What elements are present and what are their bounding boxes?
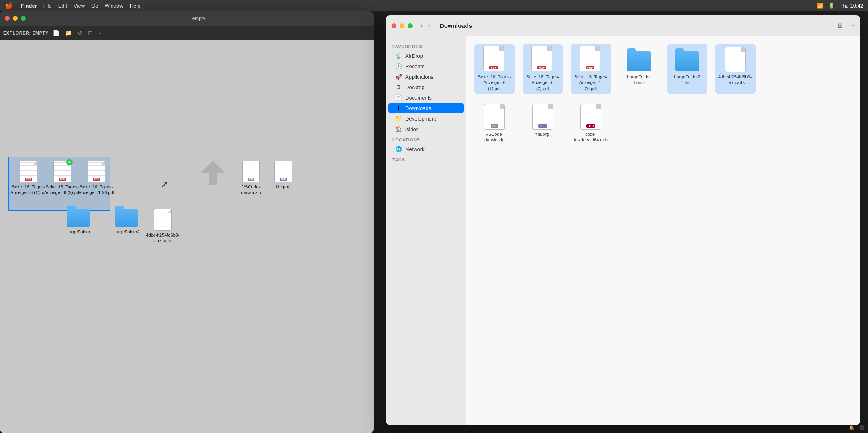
folder1-icon	[67, 209, 90, 227]
finder-item-zip[interactable]: ZIP VSCode-darwin.zip	[474, 102, 515, 145]
vscode-maximize-button[interactable]	[21, 16, 26, 21]
wifi-icon[interactable]: 📶	[817, 3, 823, 9]
sidebar-item-development[interactable]: 📁 Development	[388, 113, 464, 124]
more-button[interactable]: ···	[97, 29, 105, 37]
main-area: empty EXPLORER: EMPTY 📄 📁 ↺ ⊟ ···	[0, 11, 868, 422]
finder-item-php[interactable]: PHP file.php	[523, 102, 563, 145]
finder-titlebar: ‹ › Downloads ⊞ ···	[386, 15, 860, 36]
finder-icons-grid: PDF Seite_16_Tages-Anzeige...6 (1).pdf	[474, 44, 852, 94]
finder-back-button[interactable]: ‹	[419, 20, 425, 31]
sidebar-item-downloads[interactable]: ⬇ Downloads	[388, 103, 464, 113]
applications-icon: 🚀	[395, 74, 402, 80]
parts-finder-icon	[723, 47, 748, 72]
sidebar-item-downloads-label: Downloads	[405, 105, 431, 111]
dragged-pdf2[interactable]: PDF + Seite_16_Tages-Anzeige...6 (2).pdf	[44, 161, 80, 196]
terminal-icon[interactable]: ⬛	[859, 425, 865, 430]
dragged-parts[interactable]: 4dbe4f254fd6b9-...a7.parts	[145, 209, 181, 244]
isidor-icon: 🏠	[395, 126, 402, 132]
dragged-zip[interactable]: ZIP VSCode-darwin.zip	[233, 161, 269, 196]
php-finder-label: file.php	[535, 131, 549, 137]
finder-item-pdf3[interactable]: PDF Seite_16_Tages-Anzeige...1-26.pdf	[571, 44, 611, 94]
finder-close-button[interactable]	[392, 23, 396, 28]
new-folder-button[interactable]: 📁	[63, 29, 74, 37]
folder2-finder-label: LargeFolder21 item	[674, 74, 700, 86]
menu-file[interactable]: File	[43, 3, 52, 9]
sidebar-item-airdrop-label: AirDrop	[405, 53, 423, 59]
pdf1-finder-label: Seite_16_Tages-Anzeige...6 (1).pdf	[477, 74, 512, 91]
vscode-window-title: empty	[192, 16, 206, 21]
vscode-minimize-button[interactable]	[13, 16, 18, 21]
sidebar-item-isidor[interactable]: 🏠 isidor	[388, 124, 464, 134]
sidebar-item-documents[interactable]: 📄 Documents	[388, 92, 464, 103]
new-file-button[interactable]: 📄	[51, 29, 61, 37]
deb-finder-icon: DEB	[578, 104, 604, 130]
finder-item-parts[interactable]: 4dbe4f254fd6b9-...a7.parts	[715, 44, 756, 94]
vscode-toolbar: EXPLORER: EMPTY 📄 📁 ↺ ⊟ ···	[0, 26, 374, 40]
finder-forward-button[interactable]: ›	[426, 20, 432, 31]
apple-menu[interactable]: 🍎	[5, 2, 13, 10]
finder-view-toggle[interactable]: ⊞	[837, 22, 843, 29]
menu-view[interactable]: View	[74, 3, 85, 9]
network-icon: 🌐	[395, 146, 402, 152]
php-finder-icon: PHP	[530, 104, 556, 130]
parts-icon	[154, 209, 172, 231]
development-icon: 📁	[395, 115, 402, 122]
folder1-finder-icon	[626, 47, 652, 72]
folder2-icon	[115, 209, 138, 227]
sidebar-item-network-label: Network	[405, 146, 425, 152]
deb-finder-label: code-insiders_d64.deb	[573, 131, 609, 143]
sidebar-item-desktop-label: Desktop	[405, 84, 425, 90]
folder1-finder-label: LargeFolder3 items	[627, 74, 651, 86]
finder-item-pdf1[interactable]: PDF Seite_16_Tages-Anzeige...6 (1).pdf	[474, 44, 515, 94]
airdrop-icon: 📡	[395, 53, 402, 59]
finder-item-folder1[interactable]: LargeFolder3 items	[619, 44, 659, 94]
finder-item-folder2[interactable]: LargeFolder21 item	[667, 44, 707, 94]
sidebar-item-network[interactable]: 🌐 Network	[388, 144, 464, 154]
cursor-arrow: ↗	[161, 179, 169, 190]
notification-icon[interactable]: 🔔	[849, 425, 854, 430]
vscode-editor-area: PDF Seite_16_Tages-Anzeige...6 (1).pdf P…	[0, 40, 374, 433]
sidebar-item-airdrop[interactable]: 📡 AirDrop	[388, 51, 464, 61]
menu-edit[interactable]: Edit	[58, 3, 67, 9]
menu-finder[interactable]: Finder	[21, 3, 37, 9]
menubar: 🍎 Finder File Edit View Go Window Help 📶…	[0, 0, 868, 11]
locations-label: Locations	[386, 134, 466, 144]
vscode-close-button[interactable]	[5, 16, 10, 21]
finder-window: ‹ › Downloads ⊞ ··· Favourites 📡 AirDrop…	[386, 15, 860, 425]
downloads-icon: ⬇	[395, 105, 402, 111]
refresh-button[interactable]: ↺	[76, 29, 84, 37]
favourites-label: Favourites	[386, 41, 466, 51]
finder-maximize-button[interactable]	[408, 23, 413, 28]
pdf3-label: Seite_16_Tages-Anzeige...1-26.pdf	[78, 184, 114, 196]
menu-go[interactable]: Go	[91, 3, 98, 9]
finder-main: PDF Seite_16_Tages-Anzeige...6 (1).pdf	[466, 36, 860, 425]
pdf1-label: Seite_16_Tages-Anzeige...6 (1).pdf	[10, 184, 47, 196]
dragged-folder1[interactable]: LargeFolder	[60, 209, 96, 235]
dragged-pdf1[interactable]: PDF Seite_16_Tages-Anzeige...6 (1).pdf	[10, 161, 47, 196]
pdf1-icon: PDF	[20, 161, 37, 182]
zip-finder-icon: ZIP	[482, 104, 507, 130]
clock: Thu 10:42	[839, 3, 863, 9]
pdf2-label: Seite_16_Tages-Anzeige...6 (2).pdf	[44, 184, 80, 196]
pdf2-finder-icon: PDF	[530, 47, 556, 72]
sidebar-item-desktop[interactable]: 🖥 Desktop	[388, 82, 464, 92]
menu-window[interactable]: Window	[104, 3, 123, 9]
folder1-label: LargeFolder	[66, 229, 90, 235]
sidebar-item-recents-label: Recents	[405, 63, 425, 69]
battery-icon: 🔋	[828, 3, 835, 9]
dragged-folder2[interactable]: LargeFolder2	[108, 209, 145, 235]
vscode-window: empty EXPLORER: EMPTY 📄 📁 ↺ ⊟ ···	[0, 11, 374, 433]
sidebar-item-development-label: Development	[405, 116, 436, 122]
zip-finder-label: VSCode-darwin.zip	[477, 131, 512, 143]
sidebar-item-recents[interactable]: 🕐 Recents	[388, 61, 464, 71]
folder2-finder-icon	[674, 47, 700, 72]
dragged-pdf3[interactable]: PDF Seite_16_Tages-Anzeige...1-26.pdf	[78, 161, 114, 196]
sidebar-item-applications[interactable]: 🚀 Applications	[388, 71, 464, 82]
finder-item-pdf2[interactable]: PDF Seite_16_Tages-Anzeige...6 (2).pdf	[523, 44, 563, 94]
finder-item-deb[interactable]: DEB code-insiders_d64.deb	[571, 102, 611, 145]
finder-minimize-button[interactable]	[400, 23, 404, 28]
collapse-button[interactable]: ⊟	[86, 29, 94, 37]
sidebar-item-documents-label: Documents	[405, 95, 432, 101]
menu-help[interactable]: Help	[130, 3, 141, 9]
finder-more-button[interactable]: ···	[849, 22, 854, 29]
